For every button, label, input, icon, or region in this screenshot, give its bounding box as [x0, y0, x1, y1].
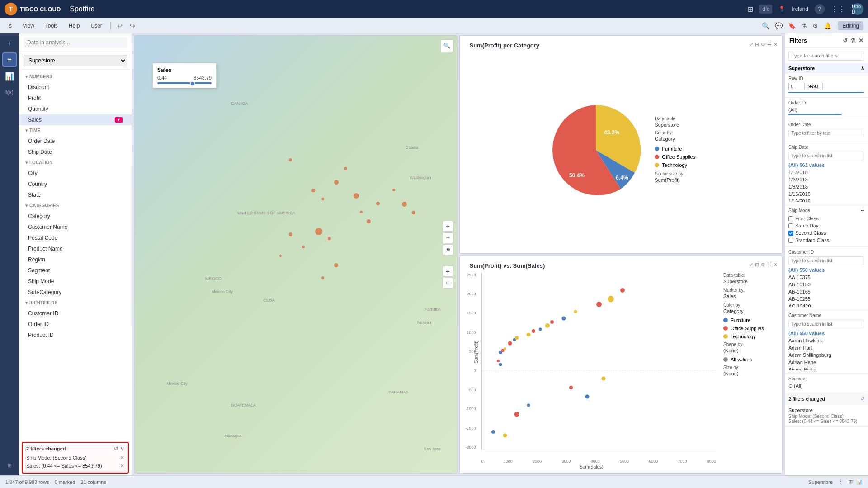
data-item-order-id[interactable]: Order ID [19, 319, 132, 330]
menu-user[interactable]: User [86, 21, 107, 31]
filter-ship-mode-standard[interactable]: Standard Class [788, 237, 864, 244]
map-move-up[interactable]: + [443, 266, 453, 277]
menu-tools[interactable]: Tools [41, 21, 62, 31]
pie-grid-icon[interactable]: ⊞ [755, 42, 759, 47]
sales-filter-icon[interactable]: ▼ [115, 117, 123, 123]
section-categories[interactable]: CATEGORIES [19, 200, 132, 211]
filter-cid-4[interactable]: AB-10255 [788, 295, 864, 303]
data-item-country[interactable]: Country [19, 179, 132, 190]
filter-cid-3[interactable]: AB-10165 [788, 288, 864, 295]
sidebar-chart-icon[interactable]: 📊 [2, 69, 17, 83]
toolbar-filter-icon[interactable]: ⚗ [801, 22, 807, 29]
filter-ship-date-2[interactable]: 1/2/2018 [788, 176, 864, 183]
grid-icon[interactable]: ⊞ [747, 5, 753, 14]
data-item-profit[interactable]: Profit [19, 93, 132, 104]
menu-help[interactable]: Help [64, 21, 85, 31]
filter-row-id-min[interactable] [788, 83, 805, 90]
menu-view[interactable]: View [18, 21, 39, 31]
sales-slider[interactable] [157, 82, 212, 84]
pie-menu-icon[interactable]: ☰ [767, 42, 772, 47]
filter-customer-id-search[interactable] [788, 256, 864, 265]
filter-changed-reset[interactable]: ↺ [860, 396, 864, 402]
filters-search-input[interactable] [788, 51, 864, 61]
data-item-product-name[interactable]: Product Name [19, 243, 132, 254]
data-search-input[interactable] [24, 37, 127, 48]
filter-ship-date-3[interactable]: 1/8/2018 [788, 183, 864, 190]
scatter-expand-icon[interactable]: ⤢ [749, 262, 753, 268]
sidebar-add-icon[interactable]: + [2, 36, 17, 51]
pie-settings-icon[interactable]: ⚙ [761, 42, 765, 47]
filter-cname-5[interactable]: Aimee Bixby [788, 366, 864, 370]
map-zoom-in[interactable]: + [443, 221, 453, 232]
data-item-sales[interactable]: Sales ▼ [19, 114, 132, 125]
toolbar-search-icon[interactable]: 🔍 [762, 22, 769, 29]
filter-change-shipmode-remove[interactable]: ✕ [120, 455, 124, 461]
toolbar-bookmark-icon[interactable]: 🔖 [788, 22, 796, 29]
toolbar-bell-icon[interactable]: 🔔 [824, 22, 831, 29]
data-item-segment[interactable]: Segment [19, 265, 132, 276]
map-select[interactable]: □ [443, 278, 453, 289]
filter-cname-3[interactable]: Adam Shillingsburg [788, 351, 864, 359]
filters-filter-icon[interactable]: ⚗ [850, 37, 856, 44]
scatter-menu-icon[interactable]: ☰ [767, 262, 772, 268]
filters-close-icon[interactable]: ✕ [859, 37, 863, 44]
map-search-button[interactable]: 🔍 [441, 39, 453, 52]
filter-ship-date-search[interactable] [788, 152, 864, 160]
scatter-close-icon[interactable]: ✕ [774, 262, 778, 268]
data-item-customer-id[interactable]: Customer ID [19, 308, 132, 319]
help-icon[interactable]: ? [815, 4, 825, 14]
filters-reset-icon[interactable]: ↺ [114, 445, 118, 452]
filter-ship-mode-same[interactable]: Same Day [788, 222, 864, 229]
data-item-quantity[interactable]: Quantity [19, 104, 132, 114]
filter-cname-2[interactable]: Adam Hart [788, 344, 864, 351]
status-grid-icon[interactable]: ⊞ [849, 479, 853, 485]
filter-cname-1[interactable]: Aaron Hawkins [788, 337, 864, 344]
filter-ds-collapse[interactable]: ∧ [861, 65, 864, 71]
scatter-settings-icon[interactable]: ⚙ [761, 262, 765, 268]
filter-ship-date-4[interactable]: 1/15/2018 [788, 190, 864, 198]
data-item-discount[interactable]: Discount [19, 82, 132, 93]
sidebar-function-icon[interactable]: f(x) [2, 85, 17, 99]
pie-expand-icon[interactable]: ⤢ [749, 42, 753, 47]
data-item-order-date[interactable]: Order Date [19, 136, 132, 147]
filter-cid-all[interactable]: (All) 550 values [788, 266, 864, 274]
map-reset[interactable]: ⊕ [443, 244, 453, 255]
filter-change-sales-remove[interactable]: ✕ [120, 463, 124, 469]
data-item-region[interactable]: Region [19, 254, 132, 265]
filter-cid-1[interactable]: AA-10375 [788, 274, 864, 281]
filter-ship-date-1[interactable]: 1/1/2018 [788, 169, 864, 176]
filter-row-id-max[interactable] [807, 83, 823, 90]
user-icon[interactable]: Uno D [852, 3, 863, 15]
section-numbers[interactable]: NUMBERS [19, 71, 132, 82]
datasource-dropdown[interactable]: Superstore [24, 55, 127, 66]
section-time[interactable]: TIME [19, 125, 132, 136]
data-item-ship-date[interactable]: Ship Date [19, 147, 132, 157]
section-identifiers[interactable]: IDENTIFIERS [19, 298, 132, 308]
toolbar-settings-icon[interactable]: ⚙ [812, 22, 818, 29]
map-zoom-out[interactable]: − [443, 232, 453, 243]
filter-cname-4[interactable]: Adrian Hane [788, 359, 864, 366]
filter-ship-mode-menu[interactable]: ☰ [860, 208, 864, 213]
data-item-customer-name[interactable]: Customer Name [19, 222, 132, 232]
data-item-category[interactable]: Category [19, 211, 132, 222]
filter-ship-date-5[interactable]: 1/16/2018 [788, 198, 864, 202]
data-item-city[interactable]: City [19, 168, 132, 179]
pie-close-icon[interactable]: ✕ [774, 42, 778, 47]
filters-expand-icon[interactable]: ∨ [120, 445, 124, 452]
filter-cname-all[interactable]: (All) 550 values [788, 330, 864, 337]
filter-cid-2[interactable]: AB-10150 [788, 281, 864, 288]
redo-button[interactable]: ↪ [127, 21, 138, 30]
status-menu-icon[interactable]: ⋮ [838, 479, 843, 485]
section-location[interactable]: LOCATION [19, 157, 132, 168]
filter-order-date-input[interactable] [788, 129, 864, 137]
undo-button[interactable]: ↩ [114, 21, 125, 30]
filter-ship-mode-second[interactable]: Second Class [788, 229, 864, 237]
data-item-product-id[interactable]: Product ID [19, 330, 132, 341]
data-item-state[interactable]: State [19, 190, 132, 200]
status-chart-icon[interactable]: 📊 [856, 479, 863, 485]
toolbar-speech-icon[interactable]: 💬 [775, 22, 783, 29]
sidebar-data-icon[interactable]: ≡ [2, 52, 17, 67]
data-item-postal-code[interactable]: Postal Code [19, 232, 132, 243]
filter-ship-mode-first[interactable]: First Class [788, 215, 864, 222]
filter-cid-5[interactable]: AC-10420 [788, 303, 864, 307]
